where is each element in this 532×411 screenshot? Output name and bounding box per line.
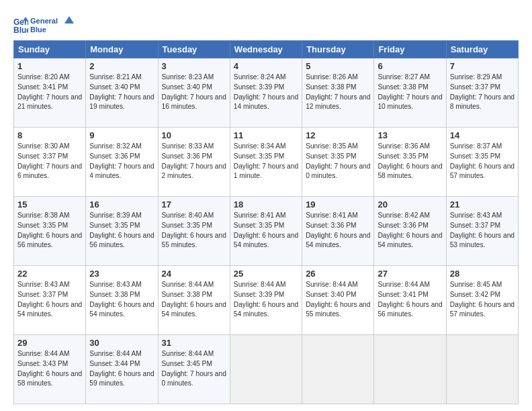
calendar-cell: 4Sunrise: 8:24 AMSunset: 3:39 PMDaylight… [230,58,302,128]
calendar-cell: 21Sunrise: 8:43 AMSunset: 3:37 PMDayligh… [446,197,518,266]
cell-info: Sunrise: 8:24 AMSunset: 3:39 PMDaylight:… [234,73,298,110]
calendar-cell: 5Sunrise: 8:26 AMSunset: 3:38 PMDaylight… [302,58,374,128]
day-number: 29 [17,338,82,348]
cell-info: Sunrise: 8:37 AMSunset: 3:35 PMDaylight:… [450,142,515,179]
calendar-cell: 12Sunrise: 8:35 AMSunset: 3:35 PMDayligh… [302,128,374,197]
day-header: Friday [374,41,446,58]
day-number: 19 [306,199,370,210]
cell-info: Sunrise: 8:44 AMSunset: 3:45 PMDaylight:… [162,350,226,387]
logo-svg: General Blue [30,15,79,35]
day-number: 13 [378,130,442,140]
logo: General Blue General Blue [13,15,79,35]
day-number: 8 [17,130,82,140]
day-number: 12 [306,130,370,140]
calendar-cell [230,335,302,404]
calendar-cell: 1Sunrise: 8:20 AMSunset: 3:41 PMDaylight… [14,58,86,128]
day-number: 3 [162,61,226,71]
calendar-cell: 29Sunrise: 8:44 AMSunset: 3:43 PMDayligh… [14,335,86,404]
cell-info: Sunrise: 8:36 AMSunset: 3:35 PMDaylight:… [378,142,442,179]
calendar-cell: 13Sunrise: 8:36 AMSunset: 3:35 PMDayligh… [374,128,446,197]
cell-info: Sunrise: 8:39 AMSunset: 3:35 PMDaylight:… [89,212,154,248]
cell-info: Sunrise: 8:32 AMSunset: 3:36 PMDaylight:… [89,142,154,179]
cell-info: Sunrise: 8:44 AMSunset: 3:39 PMDaylight:… [234,281,298,318]
day-header: Tuesday [158,41,230,58]
calendar-cell: 2Sunrise: 8:21 AMSunset: 3:40 PMDaylight… [86,58,158,128]
calendar-cell [374,335,446,404]
day-header: Saturday [446,41,518,58]
day-number: 14 [450,130,515,140]
calendar-cell: 10Sunrise: 8:33 AMSunset: 3:36 PMDayligh… [158,128,230,197]
header-row: SundayMondayTuesdayWednesdayThursdayFrid… [14,41,519,58]
cell-info: Sunrise: 8:40 AMSunset: 3:35 PMDaylight:… [162,212,226,248]
svg-text:Blue: Blue [30,26,46,34]
day-number: 18 [234,199,298,210]
day-header: Sunday [14,41,86,58]
calendar-cell: 28Sunrise: 8:45 AMSunset: 3:42 PMDayligh… [446,266,518,335]
calendar-cell: 8Sunrise: 8:30 AMSunset: 3:37 PMDaylight… [14,128,86,197]
cell-info: Sunrise: 8:27 AMSunset: 3:38 PMDaylight:… [378,73,442,110]
svg-text:General: General [30,17,58,25]
calendar-cell: 3Sunrise: 8:23 AMSunset: 3:40 PMDaylight… [158,58,230,128]
calendar-cell: 30Sunrise: 8:44 AMSunset: 3:44 PMDayligh… [86,335,158,404]
cell-info: Sunrise: 8:43 AMSunset: 3:37 PMDaylight:… [17,281,82,318]
day-number: 17 [162,199,226,210]
calendar-week-row: 29Sunrise: 8:44 AMSunset: 3:43 PMDayligh… [14,335,519,404]
calendar-table: SundayMondayTuesdayWednesdayThursdayFrid… [13,40,519,404]
calendar-cell: 19Sunrise: 8:41 AMSunset: 3:36 PMDayligh… [302,197,374,266]
day-header: Thursday [302,41,374,58]
day-number: 4 [234,61,298,71]
day-header: Monday [86,41,158,58]
cell-info: Sunrise: 8:44 AMSunset: 3:43 PMDaylight:… [17,350,82,387]
calendar-cell: 24Sunrise: 8:44 AMSunset: 3:38 PMDayligh… [158,266,230,335]
day-number: 28 [450,269,515,279]
day-number: 6 [378,61,442,71]
calendar-cell: 27Sunrise: 8:44 AMSunset: 3:41 PMDayligh… [374,266,446,335]
calendar-cell [302,335,374,404]
calendar-week-row: 8Sunrise: 8:30 AMSunset: 3:37 PMDaylight… [14,128,519,197]
calendar-week-row: 1Sunrise: 8:20 AMSunset: 3:41 PMDaylight… [14,58,519,128]
day-number: 31 [162,338,226,348]
day-number: 26 [306,269,370,279]
cell-info: Sunrise: 8:33 AMSunset: 3:36 PMDaylight:… [162,142,226,179]
page: General Blue General Blue SundayMondayTu… [0,0,532,411]
cell-info: Sunrise: 8:42 AMSunset: 3:36 PMDaylight:… [378,212,442,248]
day-header: Wednesday [230,41,302,58]
calendar-cell [446,335,518,404]
cell-info: Sunrise: 8:34 AMSunset: 3:35 PMDaylight:… [234,142,298,179]
cell-info: Sunrise: 8:44 AMSunset: 3:38 PMDaylight:… [162,281,226,318]
header: General Blue General Blue [13,12,519,35]
calendar-cell: 6Sunrise: 8:27 AMSunset: 3:38 PMDaylight… [374,58,446,128]
day-number: 1 [17,61,82,71]
calendar-cell: 22Sunrise: 8:43 AMSunset: 3:37 PMDayligh… [14,266,86,335]
cell-info: Sunrise: 8:35 AMSunset: 3:35 PMDaylight:… [306,142,370,179]
calendar-cell: 14Sunrise: 8:37 AMSunset: 3:35 PMDayligh… [446,128,518,197]
cell-info: Sunrise: 8:43 AMSunset: 3:38 PMDaylight:… [89,281,154,318]
cell-info: Sunrise: 8:30 AMSunset: 3:37 PMDaylight:… [17,142,82,179]
day-number: 10 [162,130,226,140]
calendar-cell: 11Sunrise: 8:34 AMSunset: 3:35 PMDayligh… [230,128,302,197]
day-number: 21 [450,199,515,210]
cell-info: Sunrise: 8:43 AMSunset: 3:37 PMDaylight:… [450,212,515,248]
calendar-cell: 31Sunrise: 8:44 AMSunset: 3:45 PMDayligh… [158,335,230,404]
calendar-week-row: 15Sunrise: 8:38 AMSunset: 3:35 PMDayligh… [14,197,519,266]
day-number: 9 [89,130,154,140]
calendar-cell: 18Sunrise: 8:41 AMSunset: 3:35 PMDayligh… [230,197,302,266]
day-number: 16 [89,199,154,210]
cell-info: Sunrise: 8:20 AMSunset: 3:41 PMDaylight:… [17,73,82,110]
calendar-week-row: 22Sunrise: 8:43 AMSunset: 3:37 PMDayligh… [14,266,519,335]
day-number: 5 [306,61,370,71]
day-number: 11 [234,130,298,140]
svg-text:Blue: Blue [13,26,28,34]
cell-info: Sunrise: 8:44 AMSunset: 3:44 PMDaylight:… [89,350,154,387]
day-number: 30 [89,338,154,348]
cell-info: Sunrise: 8:26 AMSunset: 3:38 PMDaylight:… [306,73,370,110]
day-number: 22 [17,269,82,279]
cell-info: Sunrise: 8:41 AMSunset: 3:35 PMDaylight:… [234,212,298,248]
cell-info: Sunrise: 8:21 AMSunset: 3:40 PMDaylight:… [89,73,154,110]
cell-info: Sunrise: 8:29 AMSunset: 3:37 PMDaylight:… [450,73,515,110]
calendar-cell: 26Sunrise: 8:44 AMSunset: 3:40 PMDayligh… [302,266,374,335]
day-number: 15 [17,199,82,210]
cell-info: Sunrise: 8:44 AMSunset: 3:40 PMDaylight:… [306,281,370,318]
calendar-cell: 16Sunrise: 8:39 AMSunset: 3:35 PMDayligh… [86,197,158,266]
day-number: 24 [162,269,226,279]
